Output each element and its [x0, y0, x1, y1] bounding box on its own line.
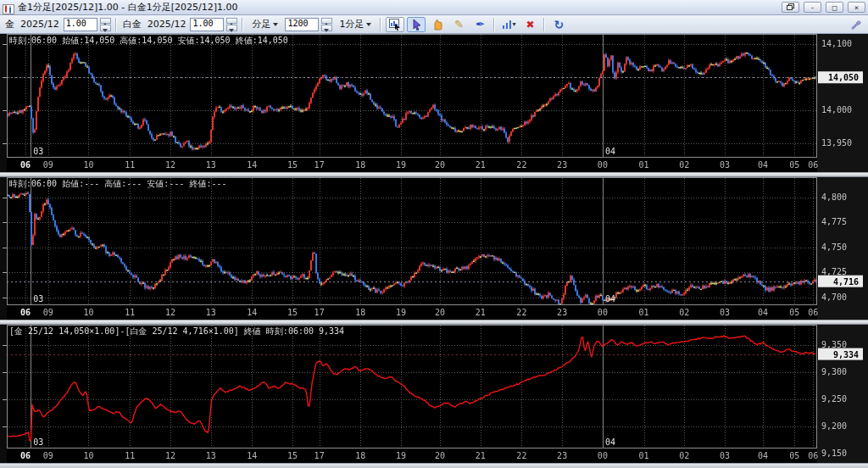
platinum-contract-month: 2025/12: [146, 19, 188, 30]
app-candlestick-icon: [3, 3, 14, 13]
bars-count-spinner[interactable]: [321, 18, 332, 31]
spread-chart-panel: [金 25/12 14,050×1.00]-[白金 25/12 4,716×1.…: [0, 325, 868, 463]
wrench-icon: [849, 19, 861, 31]
refresh-icon: ↻: [554, 20, 565, 30]
delete-drawings-button[interactable]: ✖: [520, 17, 539, 32]
pencil-draw-tool-button[interactable]: ✎: [449, 17, 468, 32]
toolbar-separator: [242, 18, 243, 31]
gold-platinum-spread-chart[interactable]: [0, 325, 868, 463]
spin-up-icon[interactable]: [226, 18, 237, 25]
chart-cursor-tool-button[interactable]: [386, 17, 404, 32]
pencil-icon: ✎: [454, 20, 464, 30]
gold-multiplier-spinner[interactable]: [100, 18, 111, 31]
chart-application-window: 金1分足[2025/12]1.00 - 白金1分足[2025/12]1.00 -…: [0, 0, 868, 468]
toolbar-separator: [493, 18, 495, 31]
spin-up-icon[interactable]: [100, 18, 111, 25]
chart-cursor-icon: [389, 19, 401, 31]
float-window-button[interactable]: [782, 2, 799, 13]
bar-chart-icon: [502, 19, 512, 30]
toolbar-separator: [380, 18, 381, 31]
timeframe-dropdown[interactable]: 1分足: [335, 16, 376, 32]
spin-down-icon[interactable]: [100, 25, 111, 31]
hand-icon: [431, 19, 443, 31]
pointer-arrow-icon: [411, 19, 422, 31]
spin-down-icon[interactable]: [226, 25, 237, 31]
delete-x-icon: ✖: [526, 20, 534, 30]
platinum-candlestick-chart[interactable]: [0, 177, 868, 320]
close-button[interactable]: ×: [848, 2, 865, 13]
chart-type-menu-button[interactable]: ▾: [499, 17, 518, 32]
spin-down-icon[interactable]: [321, 25, 332, 31]
gold-multiplier-input[interactable]: 1.00: [64, 18, 97, 31]
gold-chart-panel: 時刻:06:00 始値:14,050 高値:14,050 安値:14,050 終…: [0, 34, 868, 172]
interval-type-dropdown[interactable]: 分足: [248, 16, 282, 32]
platinum-label: 白金: [121, 18, 143, 31]
toolbar-separator: [543, 18, 545, 31]
refresh-chart-button[interactable]: ↻: [549, 17, 568, 32]
spin-up-icon[interactable]: [321, 18, 332, 25]
pointer-tool-button[interactable]: [407, 17, 426, 32]
maximize-button[interactable]: □: [826, 2, 843, 13]
platinum-chart-panel: 時刻:06:00 始値:--- 高値:--- 安値:--- 終値:---: [0, 177, 868, 320]
chevron-down-icon: [273, 23, 278, 29]
settings-wrench-button[interactable]: [846, 17, 865, 32]
pen-annotate-tool-button[interactable]: ✒: [470, 17, 489, 32]
window-bottom-edge: [0, 463, 868, 468]
chevron-down-icon: ▾: [512, 20, 515, 30]
gold-label: 金: [3, 18, 16, 31]
gold-contract-month: 2025/12: [19, 19, 61, 30]
minimize-button[interactable]: -: [804, 2, 821, 13]
toolbar: 金 2025/12 1.00 白金 2025/12 1.00 分足 1200 1…: [0, 15, 868, 34]
chevron-down-icon: [366, 23, 371, 29]
pen-icon: ✒: [476, 20, 485, 30]
window-title: 金1分足[2025/12]1.00 - 白金1分足[2025/12]1.00: [18, 1, 777, 14]
gold-candlestick-chart[interactable]: [0, 34, 868, 172]
platinum-multiplier-spinner[interactable]: [226, 18, 237, 31]
hand-pan-tool-button[interactable]: [428, 17, 447, 32]
platinum-multiplier-input[interactable]: 1.00: [190, 18, 224, 31]
titlebar: 金1分足[2025/12]1.00 - 白金1分足[2025/12]1.00 -…: [0, 0, 868, 15]
bars-count-input[interactable]: 1200: [285, 18, 319, 31]
toolbar-separator: [115, 18, 117, 31]
